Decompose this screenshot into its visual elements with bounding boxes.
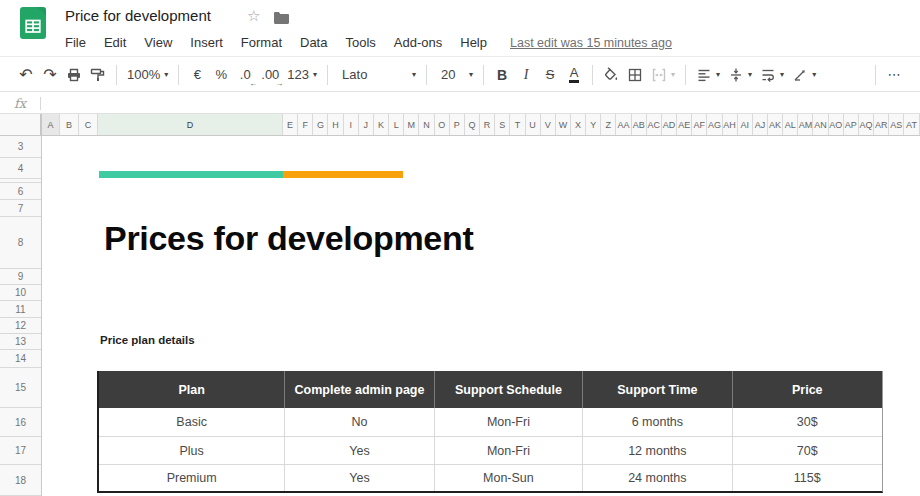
increase-decimal-places-button[interactable]: .00→: [257, 63, 283, 87]
column-header-AD[interactable]: AD: [662, 114, 677, 135]
column-header-X[interactable]: X: [571, 114, 586, 135]
column-header-AG[interactable]: AG: [707, 114, 722, 135]
column-header-U[interactable]: U: [526, 114, 541, 135]
column-header-AQ[interactable]: AQ: [859, 114, 874, 135]
menu-view[interactable]: View: [135, 32, 181, 53]
column-header-T[interactable]: T: [510, 114, 525, 135]
column-header-AK[interactable]: AK: [768, 114, 783, 135]
undo-button[interactable]: ↶: [14, 63, 38, 87]
table-cell[interactable]: Basic: [99, 408, 285, 436]
vertical-align-button[interactable]: ▾: [724, 63, 756, 87]
row-header-18[interactable]: 18: [0, 465, 41, 496]
column-header-AB[interactable]: AB: [632, 114, 647, 135]
borders-button[interactable]: [623, 63, 647, 87]
decrease-decimal-places-button[interactable]: .0←: [233, 63, 257, 87]
column-header-M[interactable]: M: [404, 114, 419, 135]
column-header-AS[interactable]: AS: [889, 114, 904, 135]
table-header-complete-admin-page[interactable]: Complete admin page: [285, 371, 434, 408]
spreadsheet-grid[interactable]: 346789101112131415161718 Prices for deve…: [0, 136, 920, 496]
column-header-AH[interactable]: AH: [723, 114, 738, 135]
column-header-A[interactable]: A: [42, 114, 60, 135]
table-cell[interactable]: 24 months: [583, 465, 732, 491]
row-header-14[interactable]: 14: [0, 350, 41, 368]
row-header-15[interactable]: 15: [0, 368, 41, 408]
column-header-R[interactable]: R: [480, 114, 495, 135]
paint-format-button[interactable]: [86, 63, 110, 87]
column-header-AM[interactable]: AM: [798, 114, 813, 135]
text-rotation-button[interactable]: ▾: [788, 63, 820, 87]
table-cell[interactable]: 70$: [733, 437, 882, 464]
more-toolbar-button[interactable]: ⋯: [882, 63, 906, 87]
column-header-I[interactable]: I: [344, 114, 359, 135]
table-header-price[interactable]: Price: [733, 371, 882, 408]
column-header-Y[interactable]: Y: [586, 114, 601, 135]
menu-tools[interactable]: Tools: [336, 32, 384, 53]
table-header-plan[interactable]: Plan: [99, 371, 285, 408]
table-cell[interactable]: Yes: [285, 465, 434, 491]
column-header-O[interactable]: O: [435, 114, 450, 135]
table-cell[interactable]: 115$: [733, 465, 882, 491]
redo-button[interactable]: ↷: [38, 63, 62, 87]
row-header-16[interactable]: 16: [0, 408, 41, 437]
menu-help[interactable]: Help: [451, 32, 496, 53]
table-cell[interactable]: Plus: [99, 437, 285, 464]
row-header-17[interactable]: 17: [0, 437, 41, 465]
row-header-12[interactable]: 12: [0, 318, 41, 334]
sheets-logo-icon[interactable]: [20, 7, 46, 39]
select-all-corner[interactable]: [0, 114, 42, 135]
table-cell[interactable]: 12 months: [583, 437, 732, 464]
column-header-H[interactable]: H: [328, 114, 343, 135]
horizontal-align-button[interactable]: ▾: [692, 63, 724, 87]
row-header-8[interactable]: 8: [0, 217, 41, 269]
column-header-E[interactable]: E: [283, 114, 298, 135]
column-header-AI[interactable]: AI: [738, 114, 753, 135]
row-header-6[interactable]: 6: [0, 183, 41, 200]
table-cell[interactable]: Mon-Fri: [435, 408, 583, 436]
row-header-11[interactable]: 11: [0, 301, 41, 318]
column-header-AJ[interactable]: AJ: [753, 114, 768, 135]
formula-input[interactable]: [41, 93, 920, 113]
column-header-W[interactable]: W: [556, 114, 571, 135]
column-header-G[interactable]: G: [313, 114, 328, 135]
column-header-AO[interactable]: AO: [829, 114, 844, 135]
column-header-AN[interactable]: AN: [813, 114, 828, 135]
font-size-button[interactable]: 20▾: [433, 63, 477, 87]
column-header-D[interactable]: D: [98, 114, 283, 135]
column-header-B[interactable]: B: [60, 114, 79, 135]
zoom-button[interactable]: 100%▾: [123, 63, 172, 87]
merge-cells-button[interactable]: ▾: [647, 63, 679, 87]
column-header-AA[interactable]: AA: [616, 114, 631, 135]
row-header-7[interactable]: 7: [0, 200, 41, 217]
column-header-Q[interactable]: Q: [465, 114, 480, 135]
column-header-F[interactable]: F: [298, 114, 313, 135]
bold-button[interactable]: B: [490, 63, 514, 87]
star-icon[interactable]: ☆: [247, 8, 260, 23]
column-header-AE[interactable]: AE: [677, 114, 692, 135]
move-to-folder-icon[interactable]: [273, 10, 290, 28]
fill-color-button[interactable]: [599, 63, 623, 87]
text-color-button[interactable]: A: [562, 63, 586, 87]
column-header-N[interactable]: N: [419, 114, 434, 135]
italic-button[interactable]: I: [514, 63, 538, 87]
column-header-C[interactable]: C: [79, 114, 98, 135]
row-header-9[interactable]: 9: [0, 269, 41, 285]
menu-file[interactable]: File: [56, 32, 95, 53]
column-header-J[interactable]: J: [359, 114, 374, 135]
column-header-AC[interactable]: AC: [647, 114, 662, 135]
column-header-AP[interactable]: AP: [844, 114, 859, 135]
table-cell[interactable]: 6 months: [583, 408, 732, 436]
font-family-button[interactable]: Lato▾: [334, 63, 420, 87]
table-cell[interactable]: No: [285, 408, 434, 436]
format-as-percent-button[interactable]: %: [209, 63, 233, 87]
table-cell[interactable]: Premium: [99, 465, 285, 491]
table-header-support-time[interactable]: Support Time: [583, 371, 732, 408]
last-edit-link[interactable]: Last edit was 15 minutes ago: [510, 36, 672, 50]
table-cell[interactable]: Mon-Fri: [435, 437, 583, 464]
menu-insert[interactable]: Insert: [181, 32, 232, 53]
column-header-K[interactable]: K: [374, 114, 389, 135]
menu-add-ons[interactable]: Add-ons: [385, 32, 451, 53]
row-header-13[interactable]: 13: [0, 334, 41, 350]
menu-edit[interactable]: Edit: [95, 32, 135, 53]
more-formats-button[interactable]: 123▾: [283, 63, 321, 87]
table-header-support-schedule[interactable]: Support Schedule: [435, 371, 583, 408]
